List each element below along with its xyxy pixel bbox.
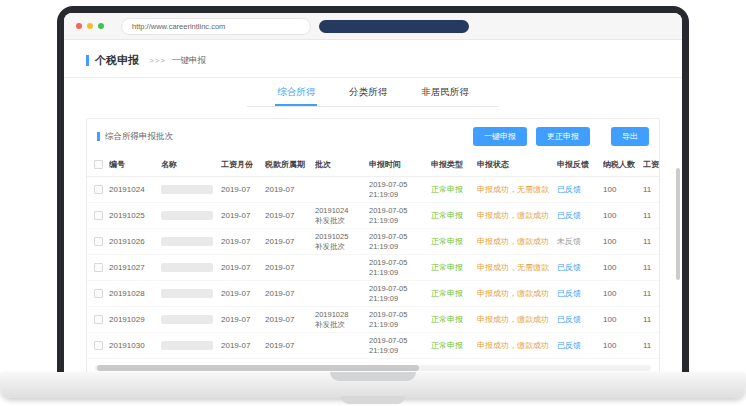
cell-id: 20191028 bbox=[109, 289, 161, 298]
cell-salary_month: 2019-07 bbox=[221, 237, 265, 246]
title-accent-bar bbox=[86, 55, 89, 66]
cell-name bbox=[161, 185, 221, 194]
traffic-light-minimize-icon[interactable] bbox=[87, 23, 93, 29]
cell-taxpayers: 100 bbox=[603, 211, 643, 220]
cell-declare_time: 2019-07-0521:19:09 bbox=[369, 206, 431, 226]
cell-status: 申报成功，无需缴款 bbox=[477, 184, 557, 195]
cell-id: 20191025 bbox=[109, 211, 161, 220]
page-content: 个税申报 >>> 一键申报 综合所得 分类所得 非居民所得 综合所得申报批次 bbox=[64, 40, 682, 372]
page-header: 个税申报 >>> 一键申报 bbox=[64, 40, 682, 68]
export-button[interactable]: 导出 bbox=[611, 127, 649, 146]
tab-classified-income[interactable]: 分类所得 bbox=[347, 78, 389, 106]
cell-status: 申报成功，缴款成功 bbox=[477, 314, 557, 325]
column-header: 名称 bbox=[161, 159, 221, 170]
cell-batch: 20191025补发批次 bbox=[315, 232, 369, 252]
cell-extra: 11 bbox=[643, 315, 659, 324]
row-select-cell bbox=[87, 237, 109, 246]
cell-taxpayers: 100 bbox=[603, 341, 643, 350]
select-all-cell bbox=[87, 160, 109, 169]
cell-id: 20191029 bbox=[109, 315, 161, 324]
row-select-cell bbox=[87, 315, 109, 324]
cell-type: 正常申报 bbox=[431, 314, 477, 325]
column-header: 申报状态 bbox=[477, 159, 557, 170]
cell-taxpayers: 100 bbox=[603, 315, 643, 324]
cell-type: 正常申报 bbox=[431, 288, 477, 299]
cell-declare_time: 2019-07-0521:19:09 bbox=[369, 180, 431, 200]
cell-extra: 11 bbox=[643, 211, 659, 220]
row-select-cell bbox=[87, 211, 109, 220]
cell-status: 申报成功，缴款成功 bbox=[477, 288, 557, 299]
row-checkbox[interactable] bbox=[94, 263, 103, 272]
cell-taxpayers: 100 bbox=[603, 237, 643, 246]
row-checkbox[interactable] bbox=[94, 315, 103, 324]
tab-nonresident-income[interactable]: 非居民所得 bbox=[419, 78, 471, 106]
cell-feedback: 已反馈 bbox=[557, 340, 603, 351]
select-all-checkbox[interactable] bbox=[94, 160, 103, 169]
cell-name bbox=[161, 289, 221, 298]
vertical-scrollbar[interactable] bbox=[676, 168, 680, 280]
laptop-base-notch bbox=[330, 372, 416, 381]
url-text: http://www.careerintlinc.com bbox=[132, 22, 225, 31]
cell-name bbox=[161, 211, 221, 220]
url-bar[interactable]: http://www.careerintlinc.com bbox=[121, 18, 311, 35]
name-placeholder bbox=[161, 263, 213, 272]
cell-type: 正常申报 bbox=[431, 210, 477, 221]
cell-name bbox=[161, 315, 221, 324]
one-click-declare-button[interactable]: 一键申报 bbox=[473, 127, 527, 146]
row-checkbox[interactable] bbox=[94, 341, 103, 350]
column-header: 申报反馈 bbox=[557, 159, 603, 170]
tabs-wrap: 综合所得 分类所得 非居民所得 bbox=[64, 78, 682, 107]
cell-taxpayers: 100 bbox=[603, 185, 643, 194]
table-row: 201910262019-072019-0720191025补发批次2019-0… bbox=[87, 229, 659, 255]
cell-type: 正常申报 bbox=[431, 340, 477, 351]
column-header: 纳税人数 bbox=[603, 159, 643, 170]
row-checkbox[interactable] bbox=[94, 237, 103, 246]
horizontal-scrollbar-thumb[interactable] bbox=[97, 365, 419, 371]
browser-chrome: http://www.careerintlinc.com bbox=[64, 13, 682, 40]
row-checkbox[interactable] bbox=[94, 289, 103, 298]
column-header: 批次 bbox=[315, 159, 369, 170]
cell-tax_period: 2019-07 bbox=[265, 263, 315, 272]
cell-tax_period: 2019-07 bbox=[265, 341, 315, 350]
name-placeholder bbox=[161, 341, 213, 350]
row-select-cell bbox=[87, 185, 109, 194]
cell-taxpayers: 100 bbox=[603, 289, 643, 298]
cell-type: 正常申报 bbox=[431, 236, 477, 247]
address-bar-dark-segment bbox=[319, 20, 469, 33]
horizontal-scrollbar[interactable] bbox=[95, 365, 651, 371]
panel-actions: 一键申报 更正申报 导出 bbox=[473, 127, 649, 146]
breadcrumb-separator: >>> bbox=[149, 56, 166, 65]
cell-feedback: 已反馈 bbox=[557, 210, 603, 221]
cell-tax_period: 2019-07 bbox=[265, 237, 315, 246]
cell-declare_time: 2019-07-0521:19:09 bbox=[369, 310, 431, 330]
name-placeholder bbox=[161, 289, 213, 298]
cell-salary_month: 2019-07 bbox=[221, 185, 265, 194]
laptop-base bbox=[0, 372, 746, 398]
cell-name bbox=[161, 341, 221, 350]
column-header: 工资月份 bbox=[221, 159, 265, 170]
table-head: 编号名称工资月份税款所属期批次申报时间申报类型申报状态申报反馈纳税人数工资总额 bbox=[87, 153, 659, 177]
batch-panel: 综合所得申报批次 一键申报 更正申报 导出 编号名称工资月份税款所属期批次申报时… bbox=[86, 118, 660, 372]
traffic-light-maximize-icon[interactable] bbox=[98, 23, 104, 29]
tab-comprehensive-income[interactable]: 综合所得 bbox=[275, 78, 317, 106]
cell-feedback: 未反馈 bbox=[557, 236, 603, 247]
traffic-light-close-icon[interactable] bbox=[76, 23, 82, 29]
table-row: 201910272019-072019-072019-07-0521:19:09… bbox=[87, 255, 659, 281]
row-checkbox[interactable] bbox=[94, 211, 103, 220]
table-row: 201910282019-072019-072019-07-0521:19:09… bbox=[87, 281, 659, 307]
cell-extra: 11 bbox=[643, 185, 659, 194]
stage: http://www.careerintlinc.com 个税申报 >>> 一键… bbox=[0, 0, 746, 406]
panel-title: 综合所得申报批次 bbox=[105, 131, 173, 143]
row-select-cell bbox=[87, 289, 109, 298]
cell-id: 20191026 bbox=[109, 237, 161, 246]
cell-batch: 20191028补发批次 bbox=[315, 310, 369, 330]
cell-extra: 11 bbox=[643, 263, 659, 272]
cell-extra: 11 bbox=[643, 341, 659, 350]
table-row: 201910292019-072019-0720191028补发批次2019-0… bbox=[87, 307, 659, 333]
cell-declare_time: 2019-07-0521:19:09 bbox=[369, 336, 431, 356]
table-body: 201910242019-072019-072019-07-0521:19:09… bbox=[87, 177, 659, 359]
breadcrumb: 一键申报 bbox=[172, 55, 206, 67]
correct-declare-button[interactable]: 更正申报 bbox=[536, 127, 590, 146]
cell-status: 申报成功，缴款成功 bbox=[477, 236, 557, 247]
row-checkbox[interactable] bbox=[94, 185, 103, 194]
